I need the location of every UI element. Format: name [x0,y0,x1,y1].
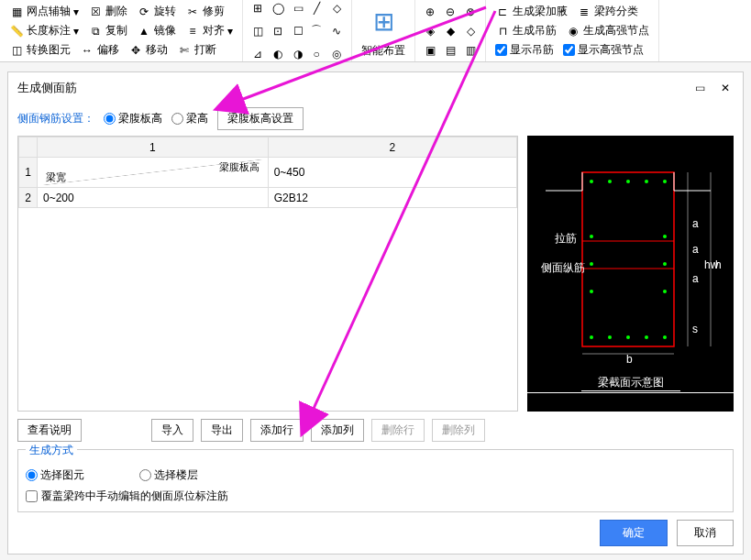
add-col-button[interactable]: 添加列 [311,419,364,442]
side-rebar-setting-row: 侧面钢筋设置： 梁腹板高 梁高 梁腹板高设置 [17,102,734,136]
dialog-footer: 确定 取消 [17,512,734,546]
convert-icon: ◫ [9,43,24,58]
tool-icon[interactable]: ◆ [443,24,458,38]
diag-header-cell: 梁腹板高梁宽 [38,158,269,188]
radio-select-floor[interactable]: 选择楼层 [139,467,198,483]
section-preview: 拉筋 侧面纵筋 a a hw a h s b 梁截面示意图 [527,136,734,412]
svg-point-13 [663,290,667,293]
table-cell[interactable]: G2B12 [268,188,516,208]
svg-point-7 [663,180,667,183]
tool-icon[interactable]: ◇ [329,1,344,16]
ribbon-show-stirrup[interactable]: 显示吊筋 [493,41,556,59]
show-stirrup-checkbox[interactable] [495,44,507,56]
tool-icon[interactable]: ▥ [463,43,478,58]
cancel-button[interactable]: 取消 [677,520,734,546]
svg-point-9 [663,235,667,238]
ruler-icon: 📏 [9,24,24,38]
tool-icon[interactable]: ◫ [250,24,265,38]
radio-beam-height[interactable]: 梁高 [171,111,208,126]
generation-mode-fieldset: 生成方式 选择图元 选择楼层 覆盖梁跨中手动编辑的侧面原位标注筋 [17,449,734,512]
grid-icon: ▦ [9,5,24,19]
ribbon-beam-span-classify[interactable]: ≣梁跨分类 [575,3,640,20]
tool-icon[interactable]: ⊞ [250,1,265,16]
ribbon-gen-beam-haunch[interactable]: ⊏生成梁加腋 [493,3,569,20]
tool-icon[interactable]: ▭ [291,1,305,16]
overwrite-checkbox[interactable] [26,490,38,502]
ribbon-delete[interactable]: ☒删除 [86,3,129,20]
tool-icon[interactable]: ☐ [291,24,305,38]
overwrite-checkbox-label[interactable]: 覆盖梁跨中手动编辑的侧面原位标注筋 [26,489,725,504]
ribbon-copy[interactable]: ⧉复制 [86,22,129,39]
tool-icon[interactable]: ⊡ [271,24,285,38]
table-cell[interactable]: 0~200 [38,188,269,208]
ribbon-break[interactable]: ✄打断 [175,41,218,59]
dialog-generate-side-rebar: 生成侧面筋 ▭ ✕ 侧面钢筋设置： 梁腹板高 梁高 梁腹板高设置 1 2 1 梁… [7,71,744,555]
view-description-button[interactable]: 查看说明 [17,419,82,442]
web-height-config-button[interactable]: 梁腹板高设置 [217,107,304,130]
svg-text:s: s [692,323,698,335]
tool-icon[interactable]: ◑ [291,47,305,61]
col-header-1[interactable]: 1 [38,137,269,158]
svg-point-6 [645,180,648,183]
tool-icon[interactable]: ╱ [309,1,324,16]
table-toolbar: 查看说明 导入 导出 添加行 添加列 删除行 删除列 [17,412,734,449]
ribbon-align[interactable]: ≡对齐▾ [183,22,235,39]
import-button[interactable]: 导入 [151,419,193,442]
label-side-long-bar: 侧面纵筋 [541,261,585,274]
svg-point-5 [626,180,630,183]
ribbon-grid-aux-axis[interactable]: ▦网点辅轴▾ [7,3,81,20]
tool-icon[interactable]: ⊿ [250,47,265,61]
chevron-down-icon: ▾ [73,25,79,38]
ribbon-gen-stirrup[interactable]: ⊓生成吊筋 [493,22,558,39]
tool-icon[interactable]: ∿ [329,24,344,38]
ribbon-convert-element[interactable]: ◫转换图元 [7,41,72,59]
del-row-button[interactable]: 删除行 [371,419,425,442]
ribbon-move[interactable]: ✥移动 [127,41,170,59]
tool-icon[interactable]: ⊕ [423,5,437,19]
fieldset-legend: 生成方式 [26,443,77,458]
ribbon-show-hsnode[interactable]: 显示高强节点 [561,41,646,59]
chevron-down-icon: ▾ [227,25,233,38]
show-hsnode-checkbox[interactable] [563,44,575,56]
svg-text:h: h [715,258,722,271]
ribbon-rotate[interactable]: ⟳旋转 [135,3,178,20]
ribbon-mirror[interactable]: ▲镜像 [135,22,178,39]
tool-icon[interactable]: ⊗ [463,5,478,19]
svg-text:a: a [692,272,699,285]
smart-layout-icon: ⊞ [365,4,402,40]
rotate-icon: ⟳ [137,5,151,19]
ribbon-smart-layout[interactable]: ⊞ 智能布置 [359,3,407,60]
tool-icon[interactable]: ▣ [423,43,437,58]
tool-icon[interactable]: ◐ [271,47,285,61]
tool-icon[interactable]: ⌒ [309,24,324,38]
ribbon-offset[interactable]: ↔偏移 [78,41,121,59]
tool-icon[interactable]: ○ [309,47,324,61]
break-icon: ✄ [177,43,192,58]
rebar-table[interactable]: 1 2 1 梁腹板高梁宽 0~450 2 0~200 G2B12 [17,136,518,412]
tool-icon[interactable]: ◯ [271,1,285,16]
ribbon-trim[interactable]: ✂修剪 [183,3,226,20]
svg-point-12 [590,290,593,293]
col-header-2[interactable]: 2 [268,137,516,158]
tool-icon[interactable]: ◎ [329,47,344,61]
tool-icon[interactable]: ◈ [423,24,437,38]
table-cell[interactable]: 0~450 [268,158,516,188]
row-num[interactable]: 1 [19,158,38,188]
tool-icon[interactable]: ◇ [463,24,478,38]
row-num[interactable]: 2 [19,188,38,208]
radio-select-element[interactable]: 选择图元 [26,467,84,483]
del-col-button[interactable]: 删除列 [432,419,485,442]
close-icon[interactable]: ✕ [721,82,734,94]
minimize-icon[interactable]: ▭ [695,82,708,94]
add-row-button[interactable]: 添加行 [250,419,304,442]
radio-web-height[interactable]: 梁腹板高 [104,111,162,126]
tool-icon[interactable]: ▤ [443,43,458,58]
tool-icon[interactable]: ⊖ [443,5,458,19]
trim-icon: ✂ [185,5,200,19]
node-icon: ◉ [566,24,580,38]
ok-button[interactable]: 确定 [600,520,668,546]
offset-icon: ↔ [80,43,94,58]
ribbon-length-dim[interactable]: 📏长度标注▾ [7,22,81,39]
export-button[interactable]: 导出 [201,419,243,442]
ribbon-gen-hsnode[interactable]: ◉生成高强节点 [564,22,651,39]
